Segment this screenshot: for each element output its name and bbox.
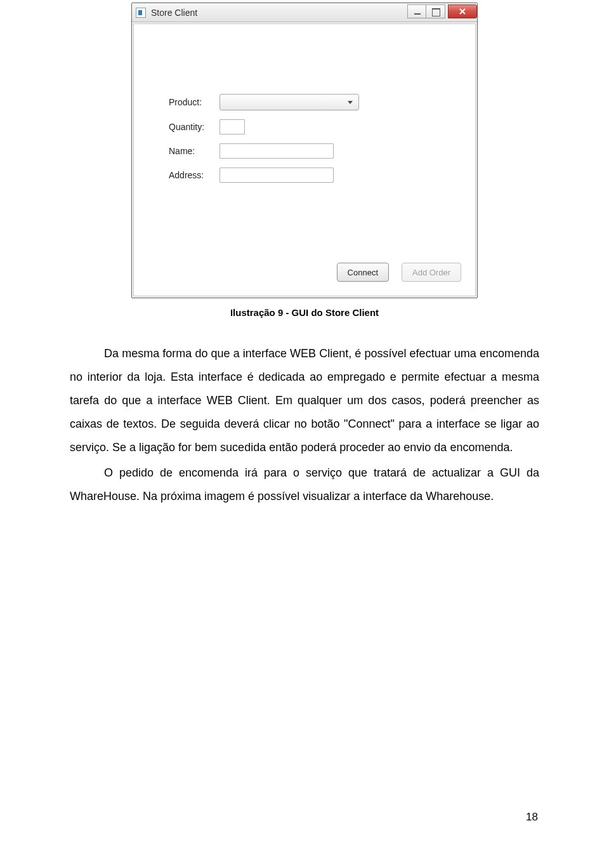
product-label: Product: xyxy=(169,97,219,107)
figure-caption: Ilustração 9 - GUI do Store Client xyxy=(70,307,539,318)
app-icon xyxy=(136,8,146,18)
minimize-button[interactable] xyxy=(407,4,426,18)
page-number: 18 xyxy=(526,811,538,824)
connect-button[interactable]: Connect xyxy=(337,263,389,282)
close-icon xyxy=(459,8,466,15)
add-order-button[interactable]: Add Order xyxy=(402,263,461,282)
name-label: Name: xyxy=(169,146,219,156)
name-input[interactable] xyxy=(219,143,334,159)
quantity-input[interactable] xyxy=(219,119,245,135)
titlebar: Store Client xyxy=(132,3,477,22)
paragraph-2-text: O pedido de encomenda irá para o serviço… xyxy=(70,466,539,503)
product-combobox[interactable] xyxy=(219,94,359,110)
store-client-window: Store Client Product: xyxy=(131,3,478,298)
window-body: Product: Quantity: Name: Address: xyxy=(133,23,476,296)
address-label: Address: xyxy=(169,170,219,180)
paragraph-1-text: Da mesma forma do que a interface WEB Cl… xyxy=(70,347,539,454)
close-button[interactable] xyxy=(448,4,477,18)
body-paragraph-1: Da mesma forma do que a interface WEB Cl… xyxy=(70,342,539,459)
maximize-button[interactable] xyxy=(426,4,445,18)
quantity-label: Quantity: xyxy=(169,122,219,132)
window-title: Store Client xyxy=(151,8,407,18)
address-input[interactable] xyxy=(219,168,334,183)
body-paragraph-2: O pedido de encomenda irá para o serviço… xyxy=(70,461,539,508)
